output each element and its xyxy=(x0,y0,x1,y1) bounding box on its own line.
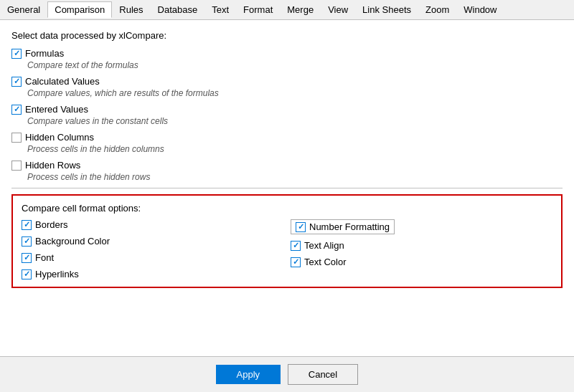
divider xyxy=(11,188,563,188)
text-color-row: Text Color xyxy=(291,257,552,267)
formulas-desc: Compare text of the formulas xyxy=(27,60,563,70)
button-bar: Apply Cancel xyxy=(0,356,574,392)
option-hidden-columns: Hidden Columns Process cells in the hidd… xyxy=(11,132,563,154)
entered-values-checkbox[interactable] xyxy=(11,105,22,115)
cancel-button[interactable]: Cancel xyxy=(288,364,358,385)
apply-button[interactable]: Apply xyxy=(216,365,281,384)
calculated-values-row: Calculated Values xyxy=(11,76,563,87)
text-align-checkbox[interactable] xyxy=(291,241,301,251)
borders-row: Borders xyxy=(22,219,283,230)
number-formatting-row: Number Formatting xyxy=(291,219,552,234)
entered-values-desc: Compare values in the constant cells xyxy=(27,116,563,126)
hyperlinks-label[interactable]: Hyperlinks xyxy=(35,269,79,279)
borders-label[interactable]: Borders xyxy=(35,219,68,230)
calculated-values-checkbox[interactable] xyxy=(11,77,22,87)
font-row: Font xyxy=(22,252,283,263)
background-color-checkbox[interactable] xyxy=(22,236,32,247)
format-left-col: Borders Background Color Font Hyperlinks xyxy=(22,219,283,279)
menu-item-general[interactable]: General xyxy=(0,1,47,18)
option-hidden-rows: Hidden Rows Process cells in the hidden … xyxy=(11,160,563,182)
section-title: Select data processed by xlCompare: xyxy=(11,30,563,41)
entered-values-label[interactable]: Entered Values xyxy=(25,104,88,115)
font-label[interactable]: Font xyxy=(35,252,54,263)
content-area: Select data processed by xlCompare: Form… xyxy=(0,20,574,356)
option-calculated-values: Calculated Values Compare values, which … xyxy=(11,76,563,98)
menu-item-comparison[interactable]: Comparison xyxy=(47,1,112,18)
text-align-row: Text Align xyxy=(291,240,552,251)
menu-item-view[interactable]: View xyxy=(321,1,355,18)
hidden-columns-label[interactable]: Hidden Columns xyxy=(25,132,94,143)
format-right-col: Number Formatting Text Align Text Color xyxy=(291,219,552,279)
formulas-row: Formulas xyxy=(11,48,563,59)
format-box-title: Compare cell format options: xyxy=(22,203,552,214)
format-grid: Borders Background Color Font Hyperlinks xyxy=(22,219,552,279)
hidden-columns-row: Hidden Columns xyxy=(11,132,563,143)
text-color-checkbox[interactable] xyxy=(291,257,301,267)
font-checkbox[interactable] xyxy=(22,253,32,263)
calculated-values-label[interactable]: Calculated Values xyxy=(25,76,100,87)
hidden-columns-checkbox[interactable] xyxy=(11,133,22,143)
formulas-label[interactable]: Formulas xyxy=(25,48,64,59)
menu-item-database[interactable]: Database xyxy=(151,1,205,18)
hidden-rows-label[interactable]: Hidden Rows xyxy=(25,160,80,171)
menubar: GeneralComparisonRulesDatabaseTextFormat… xyxy=(0,0,574,20)
hyperlinks-row: Hyperlinks xyxy=(22,269,283,279)
format-options-box: Compare cell format options: Borders Bac… xyxy=(11,194,563,288)
calculated-values-desc: Compare values, which are results of the… xyxy=(27,88,563,98)
background-color-label[interactable]: Background Color xyxy=(35,236,110,247)
hidden-rows-row: Hidden Rows xyxy=(11,160,563,171)
options-list: Formulas Compare text of the formulas Ca… xyxy=(11,48,563,182)
hidden-rows-desc: Process cells in the hidden rows xyxy=(27,172,563,182)
main-window: GeneralComparisonRulesDatabaseTextFormat… xyxy=(0,0,574,392)
menu-item-link-sheets[interactable]: Link Sheets xyxy=(355,1,418,18)
option-entered-values: Entered Values Compare values in the con… xyxy=(11,104,563,126)
menu-item-merge[interactable]: Merge xyxy=(280,1,321,18)
menu-item-text[interactable]: Text xyxy=(204,1,236,18)
formulas-checkbox[interactable] xyxy=(11,49,22,59)
entered-values-row: Entered Values xyxy=(11,104,563,115)
hyperlinks-checkbox[interactable] xyxy=(22,269,32,279)
number-formatting-wrapper: Number Formatting xyxy=(291,219,395,234)
borders-checkbox[interactable] xyxy=(22,220,32,230)
hidden-columns-desc: Process cells in the hidden columns xyxy=(27,144,563,154)
background-color-row: Background Color xyxy=(22,236,283,247)
menu-item-zoom[interactable]: Zoom xyxy=(418,1,456,18)
menu-item-format[interactable]: Format xyxy=(236,1,280,18)
number-formatting-checkbox[interactable] xyxy=(296,222,306,232)
number-formatting-label[interactable]: Number Formatting xyxy=(309,221,390,232)
option-formulas: Formulas Compare text of the formulas xyxy=(11,48,563,70)
menu-item-window[interactable]: Window xyxy=(456,1,504,18)
menu-item-rules[interactable]: Rules xyxy=(112,1,150,18)
text-color-label[interactable]: Text Color xyxy=(304,257,347,267)
text-align-label[interactable]: Text Align xyxy=(304,240,344,251)
hidden-rows-checkbox[interactable] xyxy=(11,161,22,171)
